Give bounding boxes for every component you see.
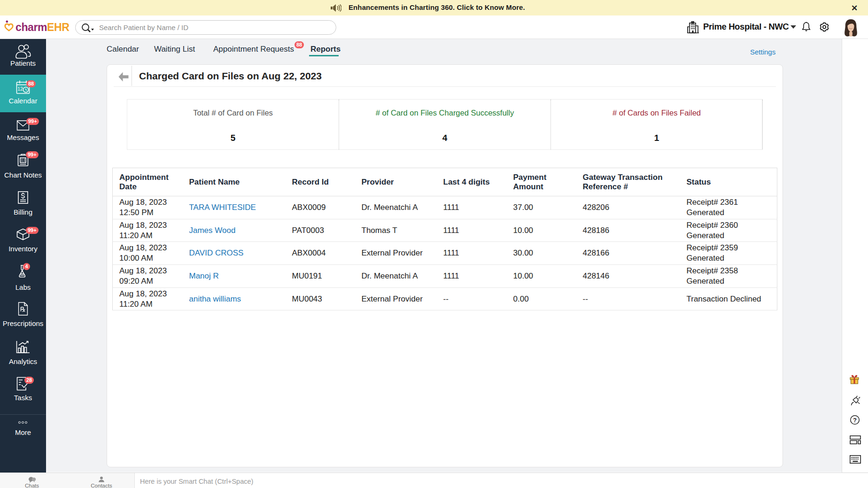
svg-text:?: ? bbox=[853, 417, 857, 424]
svg-text:12: 12 bbox=[17, 86, 23, 92]
